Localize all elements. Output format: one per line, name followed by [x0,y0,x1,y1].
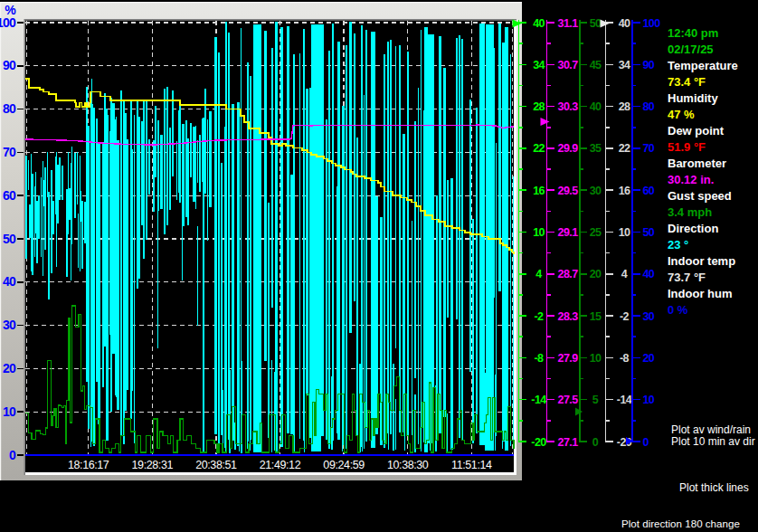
svg-text:Dew point: Dew point [668,124,725,138]
svg-text:5: 5 [592,394,599,406]
svg-text:02/17/25: 02/17/25 [668,43,714,56]
svg-text:30: 30 [3,318,16,332]
svg-text:19:28:31: 19:28:31 [132,459,174,471]
svg-text:30: 30 [590,185,602,197]
svg-text:47 %: 47 % [668,108,695,121]
svg-text:35: 35 [590,142,602,155]
svg-text:4: 4 [535,268,542,280]
svg-text:-14: -14 [617,394,632,406]
svg-text:Temperature: Temperature [668,59,738,72]
svg-text:-20: -20 [531,436,546,449]
svg-text:20: 20 [643,352,655,365]
svg-text:28.7: 28.7 [558,268,579,280]
svg-text:Barometer: Barometer [668,157,726,170]
svg-text:80: 80 [643,100,655,113]
svg-text:29.9: 29.9 [558,142,579,155]
svg-text:20: 20 [590,268,602,280]
svg-text:70: 70 [643,142,655,155]
svg-text:0: 0 [9,448,16,462]
svg-text:21:49:12: 21:49:12 [260,459,301,471]
svg-text:50: 50 [590,17,602,30]
svg-text:50: 50 [3,232,16,246]
svg-text:50: 50 [643,226,655,239]
svg-text:-8: -8 [620,352,630,365]
svg-text:40: 40 [619,17,630,30]
svg-text:10: 10 [3,404,16,419]
svg-text:10: 10 [619,226,630,239]
svg-text:100: 100 [0,15,16,30]
svg-text:27.1: 27.1 [558,436,579,449]
svg-text:30: 30 [643,310,655,323]
svg-text:22: 22 [533,142,545,155]
svg-text:16: 16 [533,185,545,197]
svg-text:40: 40 [533,17,545,30]
svg-text:10: 10 [590,352,602,365]
svg-text:28: 28 [533,100,545,113]
svg-text:16: 16 [619,185,630,197]
svg-text:28.3: 28.3 [558,310,579,323]
svg-text:Plot thick lines: Plot thick lines [679,481,749,494]
svg-text:27.9: 27.9 [558,352,579,365]
svg-text:Direction: Direction [668,222,718,235]
svg-text:-14: -14 [531,394,546,406]
svg-text:27.5: 27.5 [558,394,579,406]
svg-text:3.4 mph: 3.4 mph [668,205,712,219]
svg-text:90: 90 [643,59,655,71]
svg-text:-2: -2 [535,310,545,323]
svg-text:34: 34 [619,59,630,71]
svg-text:73.4 °F: 73.4 °F [668,75,706,89]
svg-text:Plot av wind/rain: Plot av wind/rain [671,423,751,436]
svg-text:31.1: 31.1 [558,17,579,30]
svg-text:90: 90 [3,58,16,72]
svg-text:Gust speed: Gust speed [668,189,732,203]
svg-text:Plot 10 min av dir: Plot 10 min av dir [671,435,755,448]
svg-text:11:51:14: 11:51:14 [451,459,492,471]
svg-text:22: 22 [619,142,630,155]
svg-text:28: 28 [619,100,630,113]
svg-text:40: 40 [643,268,655,280]
svg-text:80: 80 [3,101,16,116]
svg-text:0: 0 [643,436,649,449]
svg-text:100: 100 [643,17,661,30]
svg-text:10: 10 [643,394,655,406]
svg-text:09:24:59: 09:24:59 [323,459,365,471]
svg-text:4: 4 [621,268,628,280]
svg-text:Humidity: Humidity [668,91,718,105]
svg-text:10:38:30: 10:38:30 [387,459,429,471]
svg-text:25: 25 [590,226,602,239]
svg-text:30.12 in.: 30.12 in. [668,173,714,186]
svg-text:-8: -8 [535,352,545,365]
svg-text:-2: -2 [620,310,630,323]
svg-text:20: 20 [3,361,16,375]
svg-text:29.5: 29.5 [558,185,579,197]
svg-text:0: 0 [592,436,599,449]
svg-text:18:16:17: 18:16:17 [68,459,109,471]
svg-text:20:38:51: 20:38:51 [195,459,237,471]
svg-text:12:40 pm: 12:40 pm [668,26,718,40]
svg-text:40: 40 [590,100,602,113]
svg-text:70: 70 [3,145,16,159]
svg-text:40: 40 [3,274,16,289]
svg-text:10: 10 [533,226,545,239]
svg-text:34: 34 [533,59,545,71]
svg-text:Indoor hum: Indoor hum [668,287,733,300]
svg-text:60: 60 [643,185,655,197]
svg-text:23 °: 23 ° [668,238,688,252]
svg-text:51.9 °F: 51.9 °F [668,140,706,154]
svg-text:Indoor temp: Indoor temp [668,254,735,268]
svg-text:Plot direction 180 change: Plot direction 180 change [621,518,740,529]
svg-text:15: 15 [590,310,602,323]
svg-text:73.7 °F: 73.7 °F [668,271,706,284]
svg-text:29.1: 29.1 [558,226,579,239]
svg-text:45: 45 [590,59,602,71]
svg-text:0 %: 0 % [668,303,688,317]
svg-text:60: 60 [3,188,16,203]
svg-text:30.7: 30.7 [558,59,579,71]
svg-text:30.3: 30.3 [558,100,579,113]
